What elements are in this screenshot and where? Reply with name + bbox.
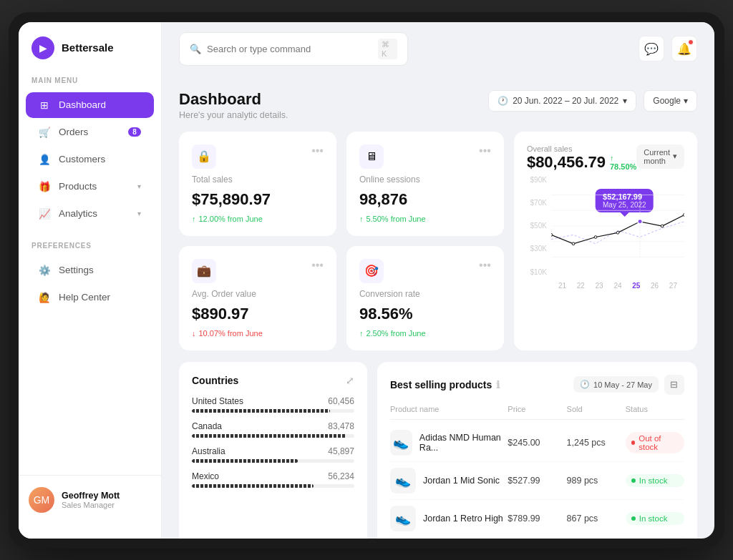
sidebar-item-orders[interactable]: 🛒 Orders 8: [26, 119, 154, 145]
table-row: 👟 Adidas NMD Human Ra... $245.00 1,245 p…: [390, 424, 684, 462]
conversion-value: 98.56%: [359, 305, 491, 323]
total-sales-change-text: 12.00% from June: [199, 215, 263, 223]
period-button[interactable]: Current month ▾: [636, 144, 684, 169]
date-picker[interactable]: 🕐 20 Jun. 2022 – 20 Jul. 2022 ▾: [488, 90, 636, 112]
source-text: Google: [653, 96, 681, 106]
overall-sales-label: Overall sales: [527, 144, 636, 153]
sidebar-item-settings[interactable]: ⚙️ Settings: [26, 257, 154, 283]
sidebar-item-label-dashboard: Dashboard: [59, 99, 106, 110]
best-selling-card: Best selling products ℹ 🕐 10 May - 27 Ma…: [377, 362, 697, 539]
dashboard-header: Dashboard Here's your analytic details. …: [179, 90, 697, 120]
product-thumb-1: 👟: [390, 468, 416, 493]
product-price-0: $245.00: [508, 438, 566, 448]
avg-order-change-text: 10.07% from June: [199, 329, 263, 338]
user-info: Geoffrey Mott Sales Manager: [62, 491, 151, 509]
conversion-change: ↑ 2.50% from June: [359, 329, 491, 338]
date-chevron: ▾: [623, 96, 627, 106]
device-frame: ▶ Bettersale MAIN MENU ⊞ Dashboard 🛒 Ord…: [9, 12, 724, 549]
sidebar: ▶ Bettersale MAIN MENU ⊞ Dashboard 🛒 Ord…: [19, 22, 162, 539]
product-price-1: $527.99: [508, 476, 566, 486]
sidebar-item-help[interactable]: 🙋 Help Center: [26, 285, 154, 310]
user-role: Sales Manager: [62, 501, 151, 509]
date-range-text: 20 Jun. 2022 – 20 Jul. 2022: [513, 96, 618, 106]
customers-icon: 👤: [39, 154, 50, 165]
conversion-menu[interactable]: •••: [479, 259, 491, 272]
search-bar[interactable]: 🔍 ⌘ K: [179, 32, 408, 66]
sidebar-item-label-analytics: Analytics: [59, 208, 97, 219]
avg-order-label: Avg. Order value: [192, 289, 324, 299]
stats-col-1: 🔒 ••• Total sales $75,890.97 ↑ 12.00% fr…: [179, 132, 336, 350]
status-dot-1: [631, 478, 636, 483]
svg-point-7: [594, 235, 597, 238]
product-sold-0: 1,245 pcs: [567, 438, 626, 448]
countries-header: Countries ⤢: [192, 375, 354, 386]
source-chevron: ▾: [684, 96, 688, 106]
sidebar-item-dashboard[interactable]: ⊞ Dashboard: [26, 92, 154, 118]
y-axis: $90K $70K $50K $30K $10K: [527, 176, 547, 276]
sidebar-item-products[interactable]: 🎁 Products ▾: [26, 174, 154, 200]
main-content: 🔍 ⌘ K 💬 🔔: [162, 22, 714, 539]
bsp-table-header: Product name Price Sold Status: [390, 405, 684, 420]
messages-button[interactable]: 💬: [639, 36, 664, 62]
info-icon: ℹ: [496, 379, 500, 390]
sessions-value: 98,876: [359, 190, 491, 209]
product-name-2: Jordan 1 Retro High: [423, 514, 503, 524]
filter-button[interactable]: ⊟: [664, 375, 684, 395]
chart-svg: [551, 176, 684, 276]
period-chevron: ▾: [673, 152, 677, 161]
stats-chart-row: 🔒 ••• Total sales $75,890.97 ↑ 12.00% fr…: [179, 132, 697, 350]
search-input[interactable]: [207, 44, 372, 54]
products-icon: 🎁: [39, 181, 50, 192]
bsp-date-range[interactable]: 🕐 10 May - 27 May: [573, 376, 659, 393]
sessions-label: Online sessions: [359, 175, 491, 185]
topbar: 🔍 ⌘ K 💬 🔔: [162, 22, 714, 76]
country-row-au: Australia 45,897: [192, 446, 354, 463]
status-badge-2: In stock: [626, 512, 684, 525]
total-sales-menu[interactable]: •••: [311, 144, 324, 157]
bsp-title: Best selling products ℹ: [390, 379, 500, 390]
avg-order-arrow: ↓: [192, 329, 196, 338]
products-chevron: ▾: [137, 182, 141, 190]
topbar-actions: 💬 🔔: [639, 36, 697, 62]
sidebar-divider: [19, 227, 161, 242]
source-picker[interactable]: Google ▾: [644, 90, 697, 112]
product-thumb-2: 👟: [390, 506, 416, 531]
sidebar-item-analytics[interactable]: 📈 Analytics ▾: [26, 201, 154, 227]
conversion-arrow: ↑: [359, 329, 364, 338]
sessions-change: ↑ 5.50% from June: [359, 215, 491, 223]
notifications-button[interactable]: 🔔: [671, 36, 697, 62]
country-row-us: United States 60,456: [192, 396, 354, 413]
sidebar-item-label-products: Products: [59, 181, 97, 192]
logo-text: Bettersale: [62, 41, 114, 54]
stat-card-online-sessions: 🖥 ••• Online sessions 98,876 ↑ 5.50% fro…: [346, 132, 504, 236]
period-text: Current month: [644, 148, 670, 165]
avatar: GM: [29, 487, 54, 513]
main-menu-label: MAIN MENU: [19, 77, 161, 92]
avg-order-menu[interactable]: •••: [311, 259, 324, 272]
sidebar-item-customers[interactable]: 👤 Customers: [26, 147, 154, 172]
bottom-row: Countries ⤢ United States 60,456: [179, 362, 697, 539]
product-sold-1: 989 pcs: [567, 476, 626, 486]
chart-area: $90K $70K $50K $30K $10K: [527, 176, 684, 290]
sidebar-item-label-orders: Orders: [59, 127, 88, 137]
analytics-icon: 📈: [39, 208, 50, 220]
avg-order-value: $890.97: [192, 305, 324, 323]
expand-button[interactable]: ⤢: [346, 375, 354, 386]
dashboard-content: Dashboard Here's your analytic details. …: [162, 76, 714, 539]
sessions-menu[interactable]: •••: [479, 144, 491, 157]
logo: ▶ Bettersale: [19, 36, 161, 77]
dashboard-title-block: Dashboard Here's your analytic details.: [179, 90, 288, 120]
svg-point-5: [551, 233, 553, 236]
svg-point-10: [661, 225, 664, 227]
product-cell-1: 👟 Jordan 1 Mid Sonic: [390, 468, 508, 493]
total-sales-icon: 🔒: [192, 144, 216, 169]
user-profile[interactable]: GM Geoffrey Mott Sales Manager: [19, 475, 161, 524]
sessions-change-text: 5.50% from June: [366, 215, 425, 223]
clock-icon: 🕐: [580, 380, 590, 389]
device-screen: ▶ Bettersale MAIN MENU ⊞ Dashboard 🛒 Ord…: [19, 22, 714, 539]
status-badge-0: Out of stock: [626, 432, 684, 453]
calendar-icon: 🕐: [497, 96, 508, 106]
stat-card-conversion: 🎯 ••• Conversion rate 98.56% ↑ 2.50% fro…: [346, 246, 504, 350]
svg-point-8: [616, 231, 619, 234]
conversion-change-text: 2.50% from June: [366, 329, 425, 338]
